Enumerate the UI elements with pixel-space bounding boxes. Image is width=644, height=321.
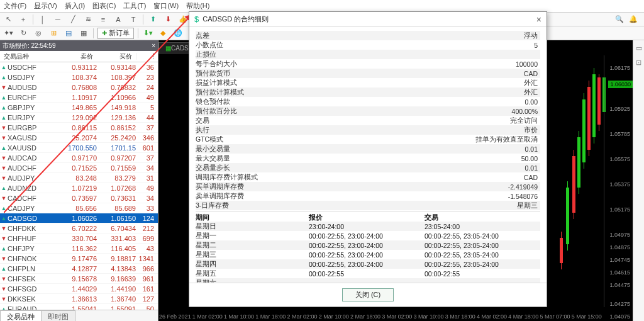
spec-row[interactable]: 预付款百分比400.00% <box>196 106 540 116</box>
x-label: 1 Mar 18:00 <box>255 313 286 320</box>
crosshair-icon[interactable]: + <box>18 14 29 25</box>
book-icon[interactable]: ▤ <box>63 28 74 39</box>
spec-row[interactable]: 交易量步长0.01 <box>196 163 540 172</box>
market-watch-row[interactable]: ▲CADSGD1.060261.06150124 <box>0 213 158 223</box>
market-watch-row[interactable]: ▲USDCHF0.931120.9314836 <box>0 62 158 72</box>
market-watch-row[interactable]: ▲EURCHF1.109171.1096649 <box>0 93 158 103</box>
trade-row[interactable]: 星期日23:00-24:0023:05-24:00 <box>196 222 540 231</box>
trade-row[interactable]: 星期六 <box>196 278 540 283</box>
ask-cell: 0.73631 <box>97 194 136 202</box>
text-icon[interactable]: A <box>113 14 124 25</box>
spec-row[interactable]: GTC模式挂单为有效直至取消 <box>196 135 540 144</box>
spec-row[interactable]: 预付款计算模式外汇 <box>196 87 540 97</box>
close-icon[interactable]: × <box>536 14 541 25</box>
cursor-icon[interactable]: ↖ <box>3 14 14 25</box>
dialog-titlebar[interactable]: $ CADSGD 的合约细则 × <box>189 12 547 27</box>
market-watch-row[interactable]: ▼CHFHUF330.704331.403699 <box>0 234 158 244</box>
spec-row[interactable]: 交易完全访问 <box>196 116 540 125</box>
trade-row[interactable]: 星期三00:00-22:55, 23:00-24:0000:00-22:55, … <box>196 250 540 259</box>
spec-row[interactable]: 小数点位5 <box>196 40 540 50</box>
spec-row[interactable]: 最大交易量50.00 <box>196 154 540 163</box>
market-watch-row[interactable]: ▼AUDJPY83.24883.27931 <box>0 173 158 183</box>
vline-icon[interactable]: │ <box>37 14 48 25</box>
col-symbol[interactable]: 交易品种 <box>0 52 58 61</box>
spec-row[interactable]: 最小交易量0.01 <box>196 144 540 154</box>
col-extra[interactable]: ! <box>136 53 158 60</box>
close-button[interactable]: 关闭 (C) <box>342 288 394 301</box>
market-watch-row[interactable]: ▲EURAUD1.550411.5509150 <box>0 304 158 310</box>
alert-icon[interactable]: 🔔 <box>628 14 639 25</box>
tree-icon[interactable]: ⊞ <box>48 28 59 39</box>
props-icon[interactable]: ▦ <box>78 28 89 39</box>
market-watch-row[interactable]: ▼CHFSEK9.156789.16639961 <box>0 274 158 284</box>
menu-view[interactable]: 显示(V) <box>34 1 57 11</box>
mql-icon[interactable]: ◆ <box>157 28 169 39</box>
spec-row[interactable]: 锁仓预付款0.00 <box>196 97 540 106</box>
min-icon[interactable]: ▭ <box>636 44 642 52</box>
sun-icon[interactable]: ✦▾ <box>3 28 14 39</box>
col-ask[interactable]: 买价 <box>97 52 136 61</box>
fibo-icon[interactable]: ≡ <box>97 14 109 25</box>
spec-row[interactable]: 预付款货币CAD <box>196 69 540 78</box>
download-icon[interactable]: ⬇▾ <box>142 28 153 39</box>
label-icon[interactable]: T <box>128 14 139 25</box>
market-watch-row[interactable]: ▼AUDCAD0.971700.9720737 <box>0 153 158 163</box>
tab-tick[interactable]: 即时图 <box>41 310 75 321</box>
market-watch-row[interactable]: ▲XAUUSD1700.5501701.15601 <box>0 143 158 153</box>
spec-row[interactable]: 3-日库存费星期三 <box>196 201 540 210</box>
market-watch-row[interactable]: ▼AUDUSD0.768080.7683224 <box>0 82 158 93</box>
menu-help[interactable]: 帮助(H) <box>186 1 209 11</box>
target-icon[interactable]: ◎ <box>33 28 44 39</box>
spec-row[interactable]: 卖单调期库存费-1.548076 <box>196 191 540 201</box>
market-watch-row[interactable]: ▲CHFJPY116.362116.40543 <box>0 244 158 254</box>
trade-row[interactable]: 星期二00:00-22:55, 23:00-24:0000:00-22:55, … <box>196 240 540 250</box>
spec-row[interactable]: 每手合约大小100000 <box>196 59 540 69</box>
new-order-button[interactable]: ✚ 新订单 <box>97 28 134 39</box>
market-watch-row[interactable]: ▲USDJPY108.374108.39723 <box>0 72 158 82</box>
market-watch-row[interactable]: ▼CHFNOK9.174769.188171341 <box>0 254 158 264</box>
globe-icon[interactable]: 🌐 <box>172 28 184 39</box>
close-icon[interactable]: × <box>152 42 155 49</box>
hdr-quote: 报价 <box>309 213 425 222</box>
trendline-icon[interactable]: ╱ <box>67 14 79 25</box>
arrow-down-icon[interactable]: ⬇ <box>162 14 174 25</box>
market-watch-row[interactable]: ▲GBPJPY149.865149.9185 <box>0 103 158 113</box>
market-watch-row[interactable]: ▲CADJPY85.65685.68933 <box>0 203 158 213</box>
spec-row[interactable]: 执行市价 <box>196 125 540 135</box>
market-watch-row[interactable]: ▲AUDNZD1.072191.0726849 <box>0 183 158 193</box>
menu-file[interactable]: 文件(F) <box>4 1 26 11</box>
arrow-up-icon[interactable]: ⬆ <box>147 14 158 25</box>
market-watch-row[interactable]: ▲EURJPY129.092129.13644 <box>0 113 158 123</box>
ask-cell: 0.93148 <box>97 64 136 71</box>
spec-row[interactable]: 损益计算模式外汇 <box>196 78 540 87</box>
menu-insert[interactable]: 插入(I) <box>65 1 85 11</box>
market-watch-row[interactable]: ▲CHFPLN4.128774.13843966 <box>0 264 158 274</box>
menu-tools[interactable]: 工具(T) <box>123 1 146 11</box>
market-watch-row[interactable]: ▼EURGBP0.861150.8615237 <box>0 123 158 133</box>
market-watch-row[interactable]: ▼CHFDKK6.702226.70434212 <box>0 223 158 234</box>
y-label: 1.04075 <box>609 313 630 320</box>
search-icon[interactable]: 🔍 <box>614 14 625 25</box>
thumbs-up-icon[interactable]: 👍 <box>177 14 189 25</box>
refresh-icon[interactable]: ↻ <box>18 28 29 39</box>
market-watch-row[interactable]: ▼CHFSGD1.440291.44190161 <box>0 284 158 294</box>
trade-row[interactable]: 星期五00:00-22:5500:00-22:55 <box>196 269 540 278</box>
mw-rows: ▲USDCHF0.931120.9314836▲USDJPY108.374108… <box>0 62 158 310</box>
restore-icon[interactable]: ⊡ <box>636 59 641 67</box>
col-bid[interactable]: 卖价 <box>58 52 97 61</box>
trade-row[interactable]: 星期四00:00-22:55, 23:00-24:0000:00-22:55, … <box>196 259 540 269</box>
spec-row[interactable]: 买单调期库存费-2.419049 <box>196 182 540 191</box>
market-watch-row[interactable]: ▼AUDCHF0.715250.7155934 <box>0 163 158 173</box>
market-watch-row[interactable]: ▼DKKSEK1.366131.36740127 <box>0 294 158 304</box>
spec-row[interactable]: 止损位 <box>196 50 540 59</box>
spec-row[interactable]: 调期库存费计算模式CAD <box>196 172 540 182</box>
market-watch-row[interactable]: ▼XAGUSD25.207425.2420346 <box>0 133 158 143</box>
hline-icon[interactable]: ─ <box>52 14 64 25</box>
channel-icon[interactable]: ≋ <box>82 14 94 25</box>
menu-window[interactable]: 窗口(W) <box>153 1 179 11</box>
menu-chart[interactable]: 图表(C) <box>92 1 116 11</box>
trade-row[interactable]: 星期一00:00-22:55, 23:00-24:0000:00-22:55, … <box>196 231 540 240</box>
market-watch-row[interactable]: ▼CADCHF0.735970.7363134 <box>0 193 158 203</box>
spec-row[interactable]: 点差浮动 <box>196 31 540 40</box>
tab-symbols[interactable]: 交易品种 <box>0 310 42 321</box>
